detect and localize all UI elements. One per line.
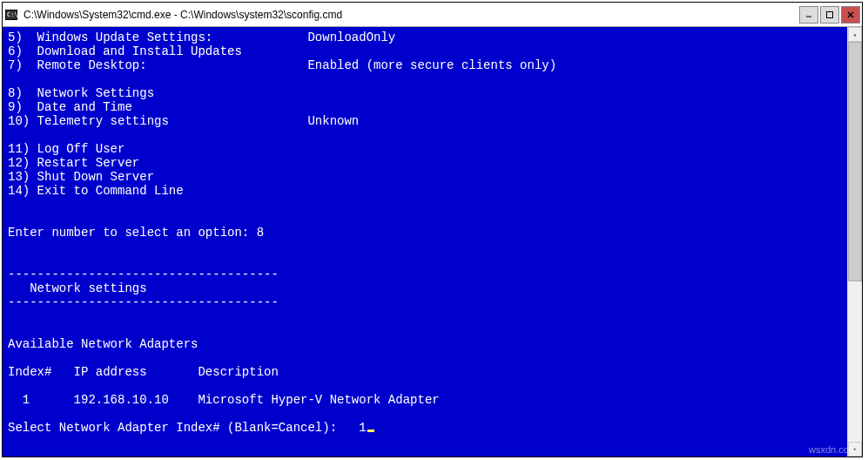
window-controls: [799, 6, 860, 24]
console-output[interactable]: 5) Windows Update Settings: DownloadOnly…: [3, 27, 847, 457]
console-area: 5) Windows Update Settings: DownloadOnly…: [3, 27, 862, 457]
cmd-window: C:\ C:\Windows\System32\cmd.exe - C:\Win…: [2, 2, 863, 457]
titlebar[interactable]: C:\ C:\Windows\System32\cmd.exe - C:\Win…: [3, 3, 862, 27]
scroll-thumb[interactable]: [848, 42, 862, 281]
scroll-up-button[interactable]: ▴: [848, 27, 862, 42]
cmd-icon: C:\: [4, 8, 18, 22]
watermark-text: wsxdn.com: [809, 444, 857, 455]
text-cursor: [367, 430, 374, 432]
minimize-button[interactable]: [799, 6, 818, 24]
maximize-button[interactable]: [820, 6, 839, 24]
scroll-track[interactable]: [848, 42, 862, 442]
window-title: C:\Windows\System32\cmd.exe - C:\Windows…: [24, 9, 799, 21]
close-button[interactable]: [841, 6, 860, 24]
svg-text:C:\: C:\: [7, 11, 18, 18]
svg-rect-4: [827, 11, 833, 17]
vertical-scrollbar[interactable]: ▴ ▾: [847, 27, 862, 457]
